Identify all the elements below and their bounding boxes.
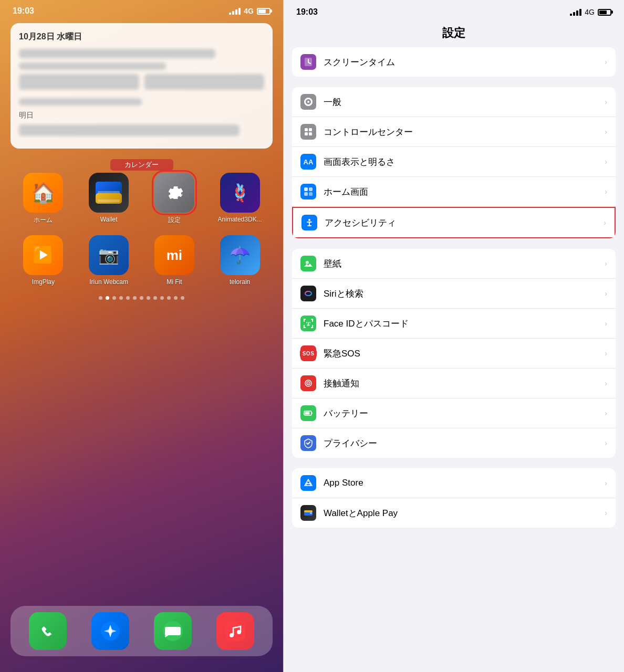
screentime-icon bbox=[300, 54, 316, 70]
app-item-mifit[interactable]: mi Mi Fit bbox=[148, 235, 201, 286]
right-battery-fill bbox=[599, 10, 607, 14]
siri-chevron: › bbox=[605, 289, 607, 298]
svg-rect-12 bbox=[309, 132, 312, 135]
control-svg bbox=[303, 127, 314, 137]
home-app-label: ホーム bbox=[34, 216, 53, 225]
battery-settings-label: バッテリー bbox=[324, 407, 600, 419]
accessibility-svg bbox=[304, 217, 315, 228]
dot-8 bbox=[153, 296, 157, 300]
left-status-right: 4G bbox=[229, 7, 271, 15]
svg-rect-9 bbox=[305, 128, 308, 131]
screentime-label: スクリーンタイム bbox=[324, 56, 600, 68]
dot-4 bbox=[126, 296, 130, 300]
control-chevron: › bbox=[605, 128, 607, 136]
safari-svg bbox=[99, 620, 122, 643]
animated3dk-app-icon[interactable]: 🪢 bbox=[220, 173, 260, 213]
settings-row-faceid[interactable]: Face IDとパスコード › bbox=[292, 309, 616, 339]
settings-app-icon[interactable] bbox=[154, 173, 194, 213]
dock-music-icon[interactable] bbox=[216, 612, 254, 650]
svg-rect-11 bbox=[305, 132, 308, 135]
imgplay-app-label: ImgPlay bbox=[32, 278, 55, 286]
privacy-svg bbox=[303, 438, 314, 448]
svg-rect-13 bbox=[304, 187, 308, 191]
dock-phone-icon[interactable] bbox=[29, 612, 67, 650]
settings-row-sos[interactable]: SOS 緊急SOS › bbox=[292, 339, 616, 369]
display-label: 画面表示と明るさ bbox=[324, 156, 600, 168]
wallpaper-svg bbox=[303, 258, 314, 269]
general-label: 一般 bbox=[324, 96, 600, 108]
imgplay-app-icon[interactable]: ▶️ bbox=[23, 235, 63, 275]
app-item-webcam[interactable]: 📷 Iriun Webcam bbox=[82, 235, 135, 286]
settings-row-accessibility[interactable]: アクセシビリティ › bbox=[292, 207, 616, 238]
settings-row-control[interactable]: コントロールセンター › bbox=[292, 117, 616, 147]
sos-chevron: › bbox=[605, 349, 607, 358]
battery-icon bbox=[257, 8, 271, 15]
general-icon bbox=[300, 94, 316, 110]
settings-row-wallpaper[interactable]: 壁紙 › bbox=[292, 249, 616, 279]
app-item-home[interactable]: 🏠 ホーム bbox=[17, 173, 69, 225]
right-network: 4G bbox=[585, 8, 595, 16]
mifit-app-icon[interactable]: mi bbox=[154, 235, 194, 275]
dock-messages-icon[interactable] bbox=[154, 612, 192, 650]
blurred-content-1 bbox=[19, 49, 215, 58]
walletpay-chevron: › bbox=[605, 509, 607, 517]
accessibility-label: アクセシビリティ bbox=[325, 217, 599, 229]
dot-0 bbox=[99, 296, 102, 300]
left-time: 19:03 bbox=[13, 6, 34, 16]
settings-row-siri[interactable]: Siriと検索 › bbox=[292, 279, 616, 309]
touch-chevron: › bbox=[605, 379, 607, 387]
webcam-app-icon[interactable]: 📷 bbox=[89, 235, 129, 275]
folder-label: カレンダー bbox=[110, 159, 173, 171]
blurred-content-3 bbox=[19, 74, 139, 90]
accessibility-chevron: › bbox=[604, 218, 606, 227]
blurred-content-2 bbox=[19, 62, 166, 70]
appstore-icon bbox=[300, 475, 316, 491]
svg-rect-15 bbox=[304, 192, 308, 196]
app-item-wallet[interactable]: Wallet bbox=[82, 173, 135, 225]
battery-fill bbox=[258, 9, 266, 13]
screentime-svg bbox=[303, 57, 314, 67]
battery-chevron: › bbox=[605, 409, 607, 417]
settings-row-battery[interactable]: バッテリー › bbox=[292, 398, 616, 428]
settings-section-2: 一般 › コントロールセンター › AA bbox=[292, 87, 616, 238]
telorain-app-icon[interactable]: ☂️ bbox=[220, 235, 260, 275]
general-chevron: › bbox=[605, 98, 607, 106]
faceid-chevron: › bbox=[605, 319, 607, 328]
settings-row-general[interactable]: 一般 › bbox=[292, 87, 616, 117]
svg-rect-28 bbox=[304, 510, 313, 512]
wallet-app-icon[interactable] bbox=[89, 173, 129, 213]
accessibility-icon bbox=[301, 215, 317, 230]
music-svg bbox=[224, 620, 247, 643]
app-item-settings[interactable]: 設定 bbox=[148, 173, 201, 225]
home-app-icon[interactable]: 🏠 bbox=[23, 173, 63, 213]
walletpay-icon bbox=[300, 505, 316, 521]
app-item-imgplay[interactable]: ▶️ ImgPlay bbox=[17, 235, 69, 286]
settings-row-touch[interactable]: 接触通知 › bbox=[292, 369, 616, 398]
settings-row-walletpay[interactable]: WalletとApple Pay › bbox=[292, 498, 616, 528]
dock-safari-icon[interactable] bbox=[91, 612, 129, 650]
screentime-chevron: › bbox=[605, 58, 607, 66]
settings-app-label: 設定 bbox=[168, 216, 181, 225]
settings-section-3: 壁紙 › bbox=[292, 249, 616, 458]
svg-point-7 bbox=[237, 630, 241, 634]
dot-11 bbox=[174, 296, 178, 300]
app-item-telorain[interactable]: ☂️ telorain bbox=[214, 235, 266, 286]
settings-row-display[interactable]: AA 画面表示と明るさ › bbox=[292, 147, 616, 177]
dot-6 bbox=[140, 296, 143, 300]
dot-2 bbox=[112, 296, 116, 300]
right-signal-icon bbox=[570, 9, 581, 16]
dot-1 bbox=[106, 296, 109, 300]
right-settings-panel: 19:03 4G 設定 スクリーンタイム › bbox=[284, 0, 624, 672]
app-item-animated3dk[interactable]: 🪢 Animated3DK... bbox=[214, 173, 266, 225]
settings-row-screentime[interactable]: スクリーンタイム › bbox=[292, 47, 616, 77]
settings-row-appstore[interactable]: App Store › bbox=[292, 468, 616, 498]
wallpaper-chevron: › bbox=[605, 259, 607, 268]
app-row-2: ▶️ ImgPlay 📷 Iriun Webcam mi Mi Fit ☂️ t… bbox=[0, 235, 283, 286]
settings-section-screentime: スクリーンタイム › bbox=[292, 47, 616, 77]
siri-icon bbox=[300, 286, 316, 301]
settings-row-homescreen[interactable]: ホーム画面 › bbox=[292, 177, 616, 207]
settings-row-privacy[interactable]: プライバシー › bbox=[292, 428, 616, 458]
svg-point-23 bbox=[308, 383, 309, 384]
mifit-app-label: Mi Fit bbox=[167, 278, 182, 286]
svg-rect-25 bbox=[311, 413, 313, 414]
